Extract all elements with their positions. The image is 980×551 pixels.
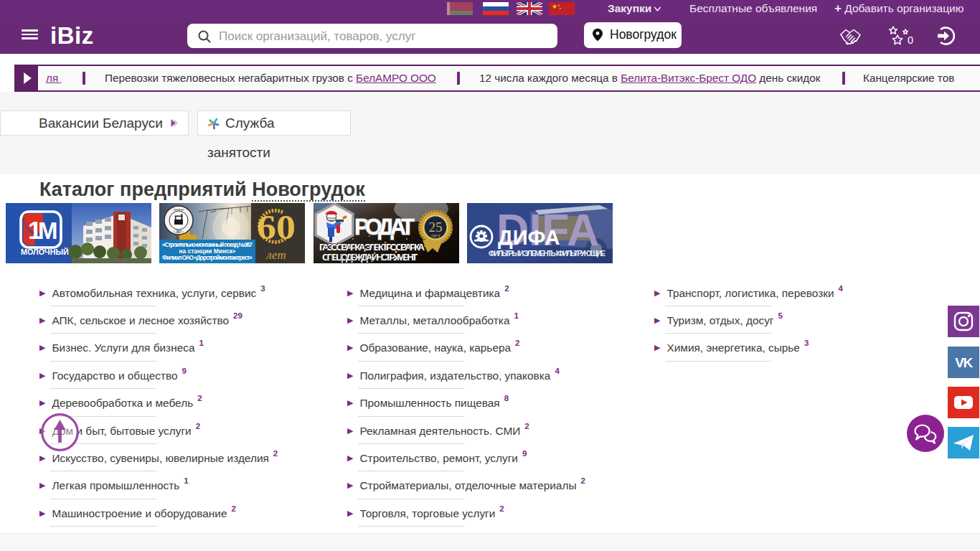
svg-text:★: ★: [552, 3, 557, 10]
svg-text:25: 25: [429, 220, 443, 235]
svg-text:МОЛОЧНЫЙ: МОЛОЧНЫЙ: [21, 248, 69, 256]
svg-text:ЛЕТ: ЛЕТ: [430, 233, 441, 239]
svg-text:РОДАТ: РОДАТ: [354, 215, 415, 240]
svg-text:★: ★: [559, 6, 562, 10]
svg-text:ДИФА: ДИФА: [498, 226, 560, 249]
svg-text:•••••••••: •••••••••: [174, 208, 184, 212]
svg-text:60: 60: [257, 208, 296, 246]
svg-text:Филиал ОАО «Дорстроймонтажтрес: Филиал ОАО «Дорстроймонтажтрест»: [162, 254, 253, 261]
svg-text:VK: VK: [955, 355, 973, 370]
svg-text:ФИЛЬТРЫ И ЭЛЕМЕНТЫ ФИЛЬТРУЮЩИЕ: ФИЛЬТРЫ И ЭЛЕМЕНТЫ ФИЛЬТРУЮЩИЕ: [489, 250, 606, 258]
svg-text:ГАЗОСВАРКА, ЭЛЕКТРОСВАРКА: ГАЗОСВАРКА, ЭЛЕКТРОСВАРКА: [319, 242, 425, 253]
svg-text:лет: лет: [265, 248, 286, 262]
svg-text:М: М: [38, 217, 58, 244]
svg-text:СПЕЦОДЕЖДА, ИНСТРУМЕНТ: СПЕЦОДЕЖДА, ИНСТРУМЕНТ: [322, 252, 418, 263]
svg-text:• 367 •: • 367 •: [174, 230, 184, 234]
